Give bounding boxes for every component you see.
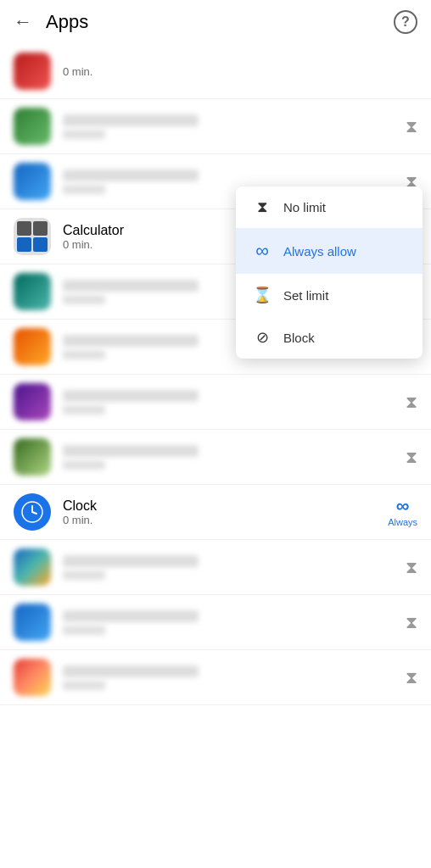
dropdown-menu: ⧗ No limit ∞ Always allow ⌛ Set limit ⊘ … [236, 186, 423, 359]
app-icon [14, 108, 51, 145]
list-item[interactable]: ⧗ [0, 650, 431, 705]
list-item[interactable]: ⧗ [0, 595, 431, 650]
app-action: ⧗ [406, 558, 417, 577]
app-icon [14, 659, 51, 696]
app-sub-blurred [63, 681, 105, 690]
always-allow-option[interactable]: ∞ Always allow [236, 228, 423, 274]
hourglass-icon: ⧗ [406, 448, 417, 467]
always-allow-label: Always allow [283, 244, 356, 259]
app-icon [14, 273, 51, 310]
list-item[interactable]: 0 min. [0, 44, 431, 99]
app-info: Clock 0 min. [63, 498, 388, 526]
app-name-blurred [63, 114, 199, 126]
hourglass-icon: ⧗ [406, 558, 417, 577]
app-info: 0 min. [63, 65, 417, 78]
calc-cell [17, 221, 31, 236]
app-info [63, 445, 406, 470]
app-action: ⧗ [406, 448, 417, 467]
app-icon [14, 163, 51, 200]
app-name: Clock [63, 498, 388, 514]
app-sub-blurred [63, 405, 105, 415]
no-limit-label: No limit [283, 200, 326, 214]
app-info [63, 555, 406, 580]
app-sub-blurred [63, 460, 105, 470]
clock-icon [14, 493, 51, 531]
calc-cell [33, 237, 48, 252]
list-item[interactable]: ⧗ [0, 99, 431, 154]
set-limit-label: Set limit [283, 288, 328, 303]
app-name-blurred [63, 390, 199, 402]
help-button[interactable]: ? [394, 10, 417, 34]
app-action: ⧗ [406, 117, 417, 136]
app-name-blurred [63, 445, 199, 457]
app-icon [14, 604, 51, 641]
block-icon: ⊘ [253, 328, 271, 347]
block-label: Block [283, 331, 315, 345]
app-icon [14, 328, 51, 365]
app-sub-blurred [63, 350, 105, 359]
app-name-blurred [63, 665, 199, 677]
list-item[interactable]: ⧗ [0, 430, 431, 485]
app-sub-blurred [63, 185, 105, 194]
back-button[interactable]: ← [14, 11, 32, 33]
calc-cell [33, 221, 48, 236]
app-sub-blurred [63, 626, 105, 635]
list-item[interactable]: ⧗ [0, 375, 431, 430]
hourglass-icon: ⧗ [406, 117, 417, 136]
hourglass-icon: ⧗ [253, 198, 271, 216]
app-name-blurred [63, 335, 199, 347]
infinity-icon: ∞ [396, 497, 410, 515]
app-info [63, 665, 406, 690]
page-title: Apps [46, 11, 394, 33]
header: ← Apps ? [0, 0, 431, 44]
app-info [63, 114, 406, 139]
set-limit-option[interactable]: ⌛ Set limit [236, 274, 423, 316]
app-sub-blurred [63, 570, 105, 580]
clock-svg [20, 500, 44, 524]
block-option[interactable]: ⊘ Block [236, 316, 423, 359]
app-time: 0 min. [63, 65, 417, 78]
calculator-icon [14, 218, 51, 255]
app-icon [14, 383, 51, 420]
app-action: ⧗ [406, 668, 417, 687]
hourglass-half-icon: ⌛ [253, 286, 271, 304]
app-name-blurred [63, 170, 199, 181]
always-label: Always [388, 517, 417, 527]
calc-cell [17, 237, 31, 252]
app-info [63, 610, 406, 635]
hourglass-icon: ⧗ [406, 392, 417, 412]
app-name-blurred [63, 555, 199, 567]
app-action-always: ∞ Always [388, 497, 417, 527]
app-sub-blurred [63, 130, 105, 139]
app-action: ⧗ [406, 392, 417, 412]
no-limit-option[interactable]: ⧗ No limit [236, 186, 423, 228]
app-action: ⧗ [406, 613, 417, 632]
app-icon [14, 548, 51, 586]
app-name-blurred [63, 610, 199, 622]
clock-item[interactable]: Clock 0 min. ∞ Always [0, 485, 431, 540]
app-icon [14, 438, 51, 476]
list-item[interactable]: ⧗ [0, 540, 431, 595]
infinity-icon: ∞ [253, 240, 271, 262]
app-info [63, 390, 406, 415]
hourglass-icon: ⧗ [406, 668, 417, 687]
app-icon [14, 53, 51, 90]
hourglass-icon: ⧗ [406, 613, 417, 632]
app-time: 0 min. [63, 514, 388, 526]
app-name-blurred [63, 280, 199, 292]
app-sub-blurred [63, 295, 105, 304]
